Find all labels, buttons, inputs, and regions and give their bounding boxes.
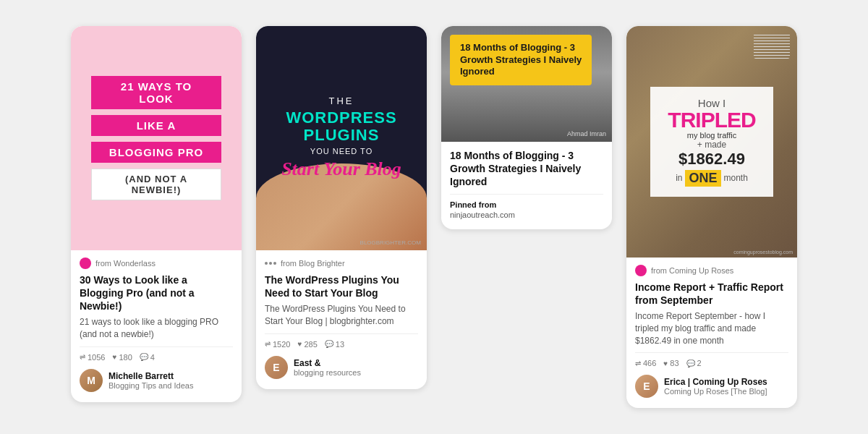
heart-icon-4: ♥ (663, 359, 668, 367)
source-text-2: from Blog Brighter (281, 259, 345, 268)
card2-start: Start Your Blog (271, 158, 412, 180)
pin-source-2: from Blog Brighter (265, 258, 418, 269)
card4-plus: + made (663, 140, 760, 150)
card1-line1: 21 WAYS TO LOOK (91, 76, 221, 109)
pin-body-1: from Wonderlass 30 Ways to Look like a B… (71, 250, 242, 402)
pin-source-1: from Wonderlass (80, 258, 233, 269)
stat-repins-4: ⇌ 466 (635, 359, 656, 367)
user-name-1: Michelle Barrett (109, 371, 193, 381)
repin-icon-1: ⇌ (80, 353, 85, 361)
avatar-2: E (265, 356, 288, 379)
pin-domain-3[interactable]: ninjaoutreach.com (450, 210, 603, 219)
user-board-1: Blogging Tips and Ideas (109, 381, 193, 390)
pinned-from-label: Pinned from (450, 200, 603, 209)
card4-tripled: TRIPLED (663, 109, 760, 131)
stat-comments-4: 💬 2 (686, 359, 702, 367)
pin-card-4[interactable]: How I TRIPLED my blog traffic + made $18… (626, 26, 797, 409)
card1-line2: LIKE A (91, 115, 221, 136)
pin-title-4[interactable]: Income Report + Traffic Report from Sept… (635, 281, 788, 307)
pin-title-3[interactable]: 18 Months of Blogging - 3 Growth Strateg… (450, 149, 603, 189)
pin-user-1[interactable]: M Michelle Barrett Blogging Tips and Ide… (80, 369, 233, 392)
pin-image-3[interactable]: 18 Months of Blogging - 3Growth Strategi… (441, 26, 612, 142)
comment-icon-1: 💬 (140, 353, 148, 361)
pin-body-3: 18 Months of Blogging - 3 Growth Strateg… (441, 142, 612, 230)
pin-desc-4: Income Report September - how I tripled … (635, 310, 788, 346)
stat-comments-2: 💬 13 (325, 340, 344, 349)
card4-money: $1862.49 (663, 150, 760, 169)
user-name-2: East & (294, 358, 361, 368)
pin-user-4[interactable]: E Erica | Coming Up Roses Coming Up Rose… (635, 375, 788, 398)
user-board-4: Coming Up Roses [The Blog] (664, 387, 767, 396)
stat-repins-2: ⇌ 1520 (265, 340, 290, 349)
stat-likes-2: ♥ 285 (297, 340, 317, 349)
card2-the: THE (271, 95, 412, 106)
card3-banner-text: 18 Months of Blogging - 3Growth Strategi… (460, 42, 582, 79)
pin-stats-4: ⇌ 466 ♥ 83 💬 2 (635, 359, 788, 367)
pin-desc-1: 21 ways to look like a blogging PRO (and… (80, 316, 233, 341)
avatar-1: M (80, 369, 103, 392)
source-icon-1 (80, 258, 91, 269)
pin-stats-1: ⇌ 1056 ♥ 180 💬 4 (80, 353, 233, 362)
stat-likes-4: ♥ 83 (663, 359, 678, 367)
card4-month: month (724, 173, 748, 183)
pins-container: 21 WAYS TO LOOK LIKE A BLOGGING PRO (AND… (0, 4, 868, 430)
pin-stats-2: ⇌ 1520 ♥ 285 💬 13 (265, 340, 418, 349)
card2-wp: WORDPRESSPLUGINS (271, 109, 412, 144)
pin-card-2[interactable]: THE WORDPRESSPLUGINS YOU NEED TO Start Y… (256, 26, 427, 389)
heart-icon-2: ♥ (297, 340, 302, 348)
card3-credit: Ahmad Imran (567, 130, 606, 137)
card4-bottom-row: in ONE month (663, 170, 760, 187)
comment-icon-2: 💬 (325, 340, 333, 348)
repin-icon-2: ⇌ (265, 340, 271, 348)
card4-site: cominguprosestoblog.com (733, 250, 793, 255)
heart-icon-1: ♥ (112, 353, 116, 361)
card1-line4: (AND NOT A NEWBIE!) (91, 169, 221, 200)
card4-paper: How I TRIPLED my blog traffic + made $18… (650, 87, 773, 197)
comment-icon-4: 💬 (686, 359, 695, 367)
card2-you-need: YOU NEED TO (271, 147, 412, 156)
pin-source-4: from Coming Up Roses (635, 265, 788, 276)
card4-traffic: my blog traffic (663, 131, 760, 140)
card4-notebook (754, 33, 790, 59)
pin-body-4: from Coming Up Roses Income Report + Tra… (626, 258, 797, 409)
pin-card-3[interactable]: 18 Months of Blogging - 3Growth Strategi… (441, 26, 612, 230)
source-icon-2 (265, 258, 276, 269)
pin-image-1[interactable]: 21 WAYS TO LOOK LIKE A BLOGGING PRO (AND… (71, 26, 242, 250)
user-name-4: Erica | Coming Up Roses (664, 377, 767, 387)
repin-icon-4: ⇌ (635, 359, 641, 367)
stat-comments-1: 💬 4 (140, 353, 155, 362)
pin-image-2[interactable]: THE WORDPRESSPLUGINS YOU NEED TO Start Y… (256, 26, 427, 250)
source-text-1: from Wonderlass (95, 259, 156, 268)
card1-line3: BLOGGING PRO (91, 142, 221, 163)
pin-card-1[interactable]: 21 WAYS TO LOOK LIKE A BLOGGING PRO (AND… (71, 26, 242, 402)
stat-repins-1: ⇌ 1056 (80, 353, 105, 362)
avatar-4: E (635, 375, 658, 398)
card4-one: ONE (685, 170, 720, 187)
source-icon-4 (635, 265, 647, 276)
pin-title-1[interactable]: 30 Ways to Look like a Blogging Pro (and… (80, 273, 233, 313)
pin-image-4[interactable]: How I TRIPLED my blog traffic + made $18… (626, 26, 797, 258)
user-board-2: blogging resources (294, 368, 361, 377)
pin-body-2: from Blog Brighter The WordPress Plugins… (256, 250, 427, 389)
pin-title-2[interactable]: The WordPress Plugins You Need to Start … (265, 273, 418, 299)
stat-likes-1: ♥ 180 (112, 353, 132, 362)
card2-domain: BLOGBRIGHTER.COM (360, 239, 421, 246)
pin-user-2[interactable]: E East & blogging resources (265, 356, 418, 379)
pin-desc-2: The WordPress Plugins You Need to Start … (265, 303, 418, 328)
source-text-4: from Coming Up Roses (651, 266, 733, 275)
card4-in: in (676, 173, 682, 183)
card3-banner: 18 Months of Blogging - 3Growth Strategi… (450, 35, 592, 86)
